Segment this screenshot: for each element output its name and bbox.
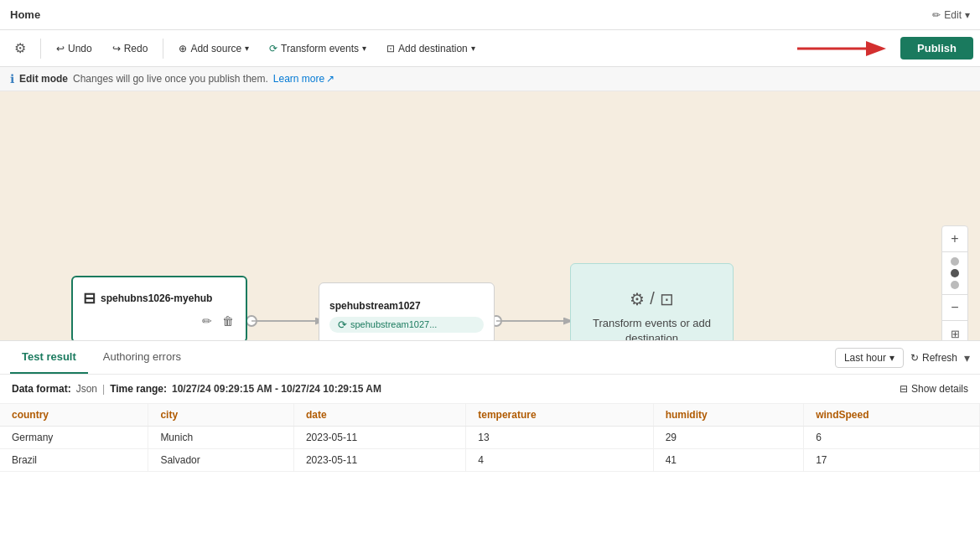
table-row: BrazilSalvador2023-05-1144117 (0, 449, 980, 472)
expand-icon: ▾ (964, 351, 970, 365)
stream-tag: ⟳ spehubstream1027... (329, 317, 484, 333)
add-destination-chevron-icon: ▾ (471, 44, 475, 53)
undo-button[interactable]: ↩ Undo (48, 39, 101, 58)
table-cell: 29 (653, 427, 803, 449)
home-title: Home (10, 8, 40, 21)
add-destination-label: Add destination (398, 43, 468, 54)
tabs-bar: Test result Authoring errors Last hour ▾… (0, 341, 980, 375)
tab-authoring-errors[interactable]: Authoring errors (91, 341, 193, 374)
expand-panel-button[interactable]: ▾ (964, 351, 970, 365)
refresh-icon: ↻ (910, 352, 919, 364)
table-row: GermanyMunich2023-05-1113296 (0, 427, 980, 449)
data-table-container: country city date temperature humidity w… (0, 404, 980, 533)
fit-view-button[interactable]: ⊞ (942, 321, 967, 340)
zoom-controls: + − ⊞ (941, 225, 968, 340)
tabs-list: Test result Authoring errors (10, 341, 196, 374)
transform-icon: ⟳ (269, 43, 277, 54)
action-destination-icon: ⊡ (660, 289, 674, 309)
refresh-button[interactable]: ↻ Refresh (910, 352, 957, 364)
zoom-dot-1 (951, 257, 959, 266)
transform-events-button[interactable]: ⟳ Transform events ▾ (261, 39, 375, 58)
edit-label: Edit (944, 9, 962, 21)
add-source-label: Add source (190, 43, 241, 54)
add-source-icon: ⊕ (179, 43, 187, 54)
action-node-icons: ⚙ / ⊡ (630, 289, 674, 309)
transform-chevron-icon: ▾ (362, 44, 366, 53)
time-filter-select[interactable]: Last hour ▾ (835, 348, 904, 368)
add-destination-button[interactable]: ⊡ Add destination ▾ (378, 39, 484, 58)
time-range-value: 10/27/24 09:29:15 AM - 10/27/24 10:29:15… (172, 383, 381, 395)
external-link-icon: ↗ (326, 73, 334, 85)
source-edit-button[interactable]: ✏ (200, 313, 214, 329)
source-node-icon: ⊟ (83, 289, 96, 308)
show-details-button[interactable]: ⊟ Show details (900, 383, 968, 395)
zoom-dot-3 (951, 281, 959, 289)
toolbar-divider2 (163, 39, 163, 59)
stream-tag-label: spehubstream1027... (350, 319, 437, 329)
table-cell: 4 (466, 449, 653, 472)
action-node[interactable]: ⚙ / ⊡ Transform events or add destinatio… (570, 263, 734, 340)
settings-icon: ⚙ (14, 40, 26, 56)
table-cell: 6 (804, 427, 980, 449)
edit-pencil-icon: ✏ (932, 9, 941, 21)
publish-label: Publish (917, 42, 957, 54)
col-windspeed: windSpeed (804, 404, 980, 427)
canvas: ⊟ spehubns1026-myehub ✏ 🗑 spehubstream10… (0, 91, 980, 340)
toolbar-divider (40, 39, 41, 59)
settings-button[interactable]: ⚙ (7, 35, 34, 62)
source-node: ⊟ spehubns1026-myehub ✏ 🗑 (71, 276, 247, 340)
undo-icon: ↩ (56, 43, 65, 54)
add-source-button[interactable]: ⊕ Add source ▾ (170, 39, 257, 58)
tab-authoring-errors-label: Authoring errors (103, 350, 181, 363)
chevron-down-icon: ▾ (965, 9, 970, 21)
table-header-row: country city date temperature humidity w… (0, 404, 980, 427)
zoom-dot-active (951, 269, 959, 277)
annotation-arrow (793, 34, 894, 64)
table-cell: 17 (804, 449, 980, 472)
table-cell: 2023-05-11 (293, 449, 465, 472)
source-delete-button[interactable]: 🗑 (220, 313, 236, 329)
meta-row: Data format: Json | Time range: 10/27/24… (0, 375, 980, 404)
edit-button[interactable]: ✏ Edit ▾ (932, 9, 970, 21)
info-icon: ℹ (10, 72, 14, 85)
table-cell: Brazil (0, 449, 148, 472)
stream-node-name: spehubstream1027 (329, 300, 484, 312)
title-bar: Home ✏ Edit ▾ (0, 0, 980, 30)
col-city: city (148, 404, 294, 427)
zoom-out-button[interactable]: − (942, 295, 967, 320)
table-cell: Germany (0, 427, 148, 449)
tabs-right-controls: Last hour ▾ ↻ Refresh ▾ (835, 348, 970, 368)
learn-more-link[interactable]: Learn more ↗ (273, 73, 334, 85)
col-date: date (293, 404, 465, 427)
transform-events-label: Transform events (281, 43, 359, 54)
time-filter-label: Last hour (844, 352, 886, 364)
zoom-slider (951, 252, 959, 294)
show-details-label: Show details (911, 383, 968, 395)
publish-button[interactable]: Publish (900, 37, 973, 60)
add-destination-icon: ⊡ (386, 43, 395, 54)
col-country: country (0, 404, 148, 427)
refresh-label: Refresh (922, 352, 957, 364)
add-source-chevron-icon: ▾ (245, 44, 249, 53)
redo-icon: ↪ (112, 43, 121, 54)
action-node-text: Transform events or add destination (579, 316, 724, 340)
edit-mode-label: Edit mode (19, 73, 68, 85)
show-details-icon: ⊟ (900, 383, 908, 395)
edit-mode-bar: ℹ Edit mode Changes will go live once yo… (0, 67, 980, 91)
table-cell: Munich (148, 427, 294, 449)
col-humidity: humidity (653, 404, 803, 427)
bottom-panel: Test result Authoring errors Last hour ▾… (0, 340, 980, 533)
tab-test-result[interactable]: Test result (10, 341, 88, 374)
action-settings-icon: ⚙ (630, 289, 645, 309)
meta-separator: | (102, 383, 105, 395)
data-format-label: Data format: (12, 383, 71, 395)
zoom-in-button[interactable]: + (942, 226, 967, 251)
table-cell: 2023-05-11 (293, 427, 465, 449)
time-filter-chevron-icon: ▾ (889, 352, 894, 364)
col-temperature: temperature (466, 404, 653, 427)
redo-button[interactable]: ↪ Redo (104, 39, 157, 58)
source-node-name: spehubns1026-myehub (101, 292, 212, 304)
undo-label: Undo (68, 43, 92, 54)
table-cell: Salvador (148, 449, 294, 472)
learn-more-label: Learn more (273, 73, 324, 85)
